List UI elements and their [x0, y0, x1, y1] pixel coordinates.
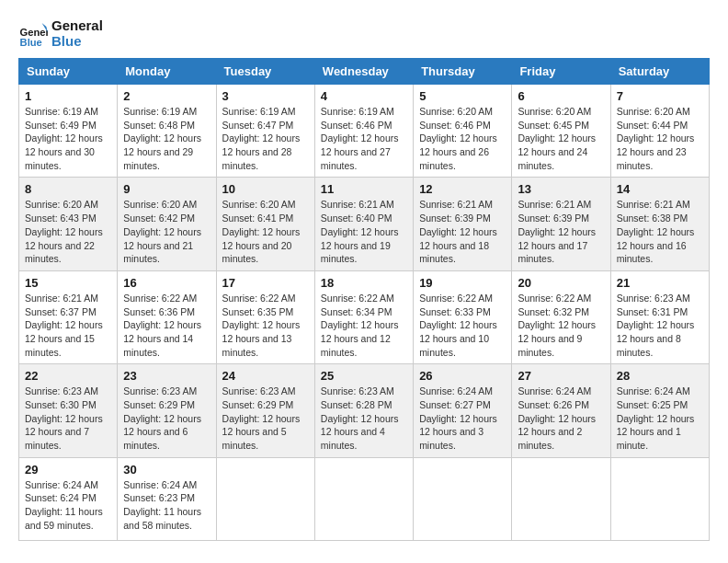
day-26: 26 Sunrise: 6:24 AMSunset: 6:27 PMDaylig…	[414, 364, 512, 457]
day-info: Sunrise: 6:20 AMSunset: 6:41 PMDaylight:…	[222, 199, 301, 264]
day-info: Sunrise: 6:20 AMSunset: 6:45 PMDaylight:…	[518, 106, 596, 171]
day-number: 25	[321, 369, 407, 383]
col-saturday: Saturday	[610, 59, 709, 85]
day-number: 27	[518, 369, 604, 383]
empty-cell	[610, 457, 709, 540]
day-number: 24	[222, 369, 309, 383]
day-21: 21 Sunrise: 6:23 AMSunset: 6:31 PMDaylig…	[610, 270, 709, 363]
day-number: 11	[321, 182, 407, 196]
day-info: Sunrise: 6:23 AMSunset: 6:29 PMDaylight:…	[222, 385, 301, 451]
day-number: 13	[518, 182, 604, 196]
day-23: 23 Sunrise: 6:23 AMSunset: 6:29 PMDaylig…	[118, 364, 216, 457]
day-info: Sunrise: 6:22 AMSunset: 6:33 PMDaylight:…	[419, 293, 497, 358]
day-number: 23	[123, 369, 210, 383]
day-info: Sunrise: 6:23 AMSunset: 6:31 PMDaylight:…	[617, 293, 695, 358]
col-sunday: Sunday	[19, 59, 118, 85]
day-info: Sunrise: 6:21 AMSunset: 6:37 PMDaylight:…	[25, 293, 103, 358]
day-25: 25 Sunrise: 6:23 AMSunset: 6:28 PMDaylig…	[314, 364, 413, 457]
empty-cell	[216, 457, 314, 540]
day-18: 18 Sunrise: 6:22 AMSunset: 6:34 PMDaylig…	[314, 270, 413, 363]
day-9: 9 Sunrise: 6:20 AMSunset: 6:42 PMDayligh…	[118, 178, 216, 270]
day-12: 12 Sunrise: 6:21 AMSunset: 6:39 PMDaylig…	[414, 178, 512, 270]
day-number: 22	[25, 369, 111, 383]
day-number: 12	[419, 182, 506, 196]
day-15: 15 Sunrise: 6:21 AMSunset: 6:37 PMDaylig…	[19, 270, 118, 363]
day-info: Sunrise: 6:19 AMSunset: 6:46 PMDaylight:…	[321, 106, 399, 171]
day-info: Sunrise: 6:21 AMSunset: 6:40 PMDaylight:…	[321, 199, 399, 264]
day-info: Sunrise: 6:24 AMSunset: 6:24 PMDaylight:…	[25, 479, 103, 531]
day-6: 6 Sunrise: 6:20 AMSunset: 6:45 PMDayligh…	[512, 85, 610, 178]
day-number: 16	[123, 276, 210, 290]
day-info: Sunrise: 6:20 AMSunset: 6:44 PMDaylight:…	[617, 106, 695, 171]
logo-icon: General Blue	[18, 19, 48, 49]
day-number: 7	[617, 89, 703, 103]
day-number: 15	[25, 276, 111, 290]
day-info: Sunrise: 6:20 AMSunset: 6:46 PMDaylight:…	[419, 106, 497, 171]
day-1: 1 Sunrise: 6:19 AMSunset: 6:49 PMDayligh…	[19, 85, 118, 178]
day-number: 18	[321, 276, 407, 290]
col-friday: Friday	[512, 59, 610, 85]
logo-text: GeneralBlue	[51, 18, 103, 49]
day-number: 20	[518, 276, 604, 290]
day-info: Sunrise: 6:22 AMSunset: 6:35 PMDaylight:…	[222, 293, 301, 358]
day-info: Sunrise: 6:20 AMSunset: 6:42 PMDaylight:…	[123, 199, 201, 264]
day-28: 28 Sunrise: 6:24 AMSunset: 6:25 PMDaylig…	[610, 364, 709, 457]
day-info: Sunrise: 6:21 AMSunset: 6:39 PMDaylight:…	[518, 199, 596, 264]
day-info: Sunrise: 6:22 AMSunset: 6:34 PMDaylight:…	[321, 293, 399, 358]
day-30: 30 Sunrise: 6:24 AMSunset: 6:23 PMDaylig…	[118, 457, 216, 540]
day-14: 14 Sunrise: 6:21 AMSunset: 6:38 PMDaylig…	[610, 178, 709, 270]
day-5: 5 Sunrise: 6:20 AMSunset: 6:46 PMDayligh…	[414, 85, 512, 178]
day-8: 8 Sunrise: 6:20 AMSunset: 6:43 PMDayligh…	[19, 178, 118, 270]
day-2: 2 Sunrise: 6:19 AMSunset: 6:48 PMDayligh…	[118, 85, 216, 178]
day-number: 5	[419, 89, 506, 103]
svg-text:Blue: Blue	[20, 36, 42, 47]
day-16: 16 Sunrise: 6:22 AMSunset: 6:36 PMDaylig…	[118, 270, 216, 363]
col-thursday: Thursday	[414, 59, 512, 85]
day-number: 30	[123, 463, 210, 477]
col-wednesday: Wednesday	[314, 59, 413, 85]
day-11: 11 Sunrise: 6:21 AMSunset: 6:40 PMDaylig…	[314, 178, 413, 270]
day-4: 4 Sunrise: 6:19 AMSunset: 6:46 PMDayligh…	[314, 85, 413, 178]
day-number: 29	[25, 463, 111, 477]
day-info: Sunrise: 6:19 AMSunset: 6:48 PMDaylight:…	[123, 106, 201, 171]
day-3: 3 Sunrise: 6:19 AMSunset: 6:47 PMDayligh…	[216, 85, 314, 178]
day-info: Sunrise: 6:19 AMSunset: 6:49 PMDaylight:…	[25, 106, 103, 171]
day-info: Sunrise: 6:22 AMSunset: 6:36 PMDaylight:…	[123, 293, 201, 358]
day-number: 17	[222, 276, 309, 290]
day-info: Sunrise: 6:23 AMSunset: 6:28 PMDaylight:…	[321, 385, 399, 451]
day-22: 22 Sunrise: 6:23 AMSunset: 6:30 PMDaylig…	[19, 364, 118, 457]
day-17: 17 Sunrise: 6:22 AMSunset: 6:35 PMDaylig…	[216, 270, 314, 363]
logo: General Blue GeneralBlue	[18, 18, 103, 49]
day-info: Sunrise: 6:19 AMSunset: 6:47 PMDaylight:…	[222, 106, 301, 171]
day-info: Sunrise: 6:23 AMSunset: 6:29 PMDaylight:…	[123, 385, 201, 451]
calendar-table: Sunday Monday Tuesday Wednesday Thursday…	[18, 58, 710, 541]
empty-cell	[314, 457, 413, 540]
svg-text:General: General	[20, 26, 48, 37]
day-13: 13 Sunrise: 6:21 AMSunset: 6:39 PMDaylig…	[512, 178, 610, 270]
day-number: 4	[321, 89, 407, 103]
day-number: 14	[617, 182, 703, 196]
day-number: 19	[419, 276, 506, 290]
day-info: Sunrise: 6:23 AMSunset: 6:30 PMDaylight:…	[25, 385, 103, 451]
day-29: 29 Sunrise: 6:24 AMSunset: 6:24 PMDaylig…	[19, 457, 118, 540]
day-number: 3	[222, 89, 309, 103]
day-number: 10	[222, 182, 309, 196]
day-7: 7 Sunrise: 6:20 AMSunset: 6:44 PMDayligh…	[610, 85, 709, 178]
day-number: 21	[617, 276, 703, 290]
day-info: Sunrise: 6:24 AMSunset: 6:23 PMDaylight:…	[123, 479, 201, 531]
day-info: Sunrise: 6:24 AMSunset: 6:26 PMDaylight:…	[518, 385, 596, 451]
day-info: Sunrise: 6:22 AMSunset: 6:32 PMDaylight:…	[518, 293, 596, 358]
day-number: 6	[518, 89, 604, 103]
day-info: Sunrise: 6:21 AMSunset: 6:38 PMDaylight:…	[617, 199, 695, 264]
empty-cell	[512, 457, 610, 540]
day-number: 26	[419, 369, 506, 383]
empty-cell	[414, 457, 512, 540]
col-tuesday: Tuesday	[216, 59, 314, 85]
col-monday: Monday	[118, 59, 216, 85]
day-number: 9	[123, 182, 210, 196]
day-10: 10 Sunrise: 6:20 AMSunset: 6:41 PMDaylig…	[216, 178, 314, 270]
day-19: 19 Sunrise: 6:22 AMSunset: 6:33 PMDaylig…	[414, 270, 512, 363]
day-number: 2	[123, 89, 210, 103]
day-info: Sunrise: 6:20 AMSunset: 6:43 PMDaylight:…	[25, 199, 103, 264]
day-27: 27 Sunrise: 6:24 AMSunset: 6:26 PMDaylig…	[512, 364, 610, 457]
